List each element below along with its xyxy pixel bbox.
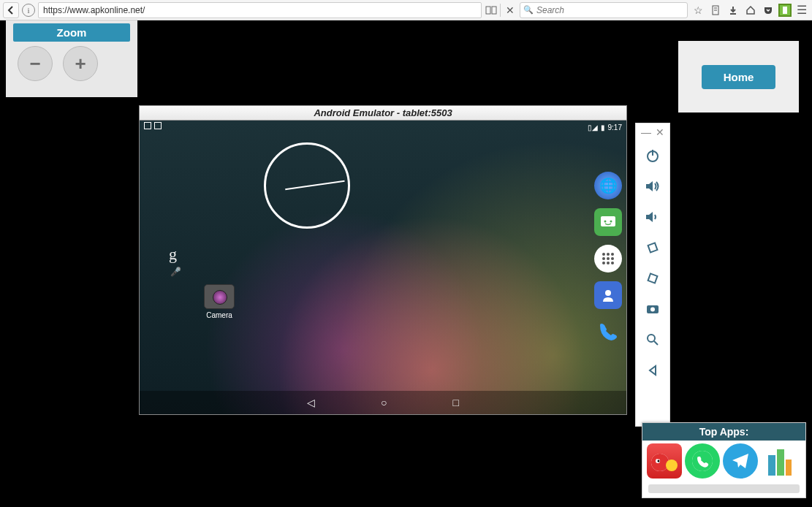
contacts-app-icon[interactable] [594,281,622,309]
apps-drawer-icon[interactable] [594,245,622,272]
svg-rect-1 [492,7,496,14]
svg-point-29 [658,460,660,462]
android-nav-bar: ◁ ○ □ [140,391,626,414]
volume-up-icon[interactable] [640,172,666,201]
svg-point-15 [607,262,610,264]
messages-app-icon[interactable] [594,208,622,236]
zoom-in-button[interactable]: + [63,46,98,81]
svg-point-6 [604,221,607,223]
signal-icon: ▯◢ [588,123,598,131]
camera-icon [204,284,235,309]
svg-point-24 [648,335,655,342]
clock-widget[interactable] [264,142,350,229]
whatsapp-app[interactable] [685,443,720,479]
top-apps-tray: Top Apps: [642,422,806,498]
back-icon[interactable] [640,356,666,385]
home-button[interactable]: Home [702,65,776,89]
library-icon[interactable] [708,3,723,18]
svg-point-11 [602,257,605,260]
svg-line-25 [654,341,658,345]
search-box[interactable]: 🔍 [520,2,688,18]
browser-app-icon[interactable]: 🌐 [594,172,622,199]
svg-rect-20 [648,243,658,253]
rotate-left-icon[interactable] [640,233,666,262]
clock-hour-hand [285,186,307,190]
zoom-icon[interactable] [640,325,666,354]
zoom-header: Zoom [13,23,130,42]
status-notif-icon [144,122,151,129]
info-icon[interactable]: i [22,4,35,17]
svg-point-13 [611,257,614,260]
bookmark-icon[interactable]: ☆ [691,3,705,18]
reader-mode-icon[interactable] [485,4,501,17]
rotate-right-icon[interactable] [640,264,666,293]
svg-point-17 [605,290,611,296]
download-icon[interactable] [726,3,740,18]
camera-label: Camera [200,311,239,319]
svg-point-32 [692,451,713,471]
emulator-title: Android Emulator - tablet:5503 [140,106,626,121]
volume-down-icon[interactable] [640,202,666,232]
svg-point-8 [602,253,605,256]
svg-rect-0 [486,7,490,14]
back-button[interactable] [3,2,19,18]
zoom-panel: Zoom − + [6,20,137,97]
battery-addon-icon[interactable] [778,4,792,17]
pocket-icon[interactable] [761,3,775,18]
angry-birds-app[interactable] [647,443,682,479]
search-input[interactable] [536,5,684,15]
svg-point-16 [611,262,614,264]
status-notif-icon [154,122,162,129]
home-icon[interactable] [743,3,758,18]
svg-point-30 [666,460,678,471]
screenshot-icon[interactable] [640,294,666,324]
svg-point-9 [607,253,610,256]
svg-rect-33 [768,455,775,476]
nav-recent-icon[interactable]: □ [453,397,459,408]
svg-point-10 [611,253,614,256]
phone-app-icon[interactable] [594,318,622,346]
emulator-controls: — ✕ [635,123,670,427]
nav-home-icon[interactable]: ○ [381,397,387,408]
browser-toolbar: i ✕ 🔍 ☆ ☰ [0,0,812,20]
google-search-icon[interactable]: g [169,245,177,264]
emulator-screen[interactable]: ▯◢ ▮ 9:17 g 🎤 Camera 🌐 [140,121,626,414]
nav-back-icon[interactable]: ◁ [307,397,315,408]
url-input[interactable] [38,2,482,18]
menu-icon[interactable]: ☰ [794,3,809,18]
svg-point-27 [651,454,669,471]
close-icon[interactable]: ✕ [656,126,664,138]
top-apps-title: Top Apps: [642,423,805,441]
telegram-app[interactable] [723,443,758,479]
svg-point-7 [610,221,612,223]
clock-minute-hand [307,180,345,187]
android-status-bar: ▯◢ ▮ 9:17 [140,121,626,134]
emulator-window: Android Emulator - tablet:5503 ▯◢ ▮ 9:17… [139,105,627,415]
svg-point-23 [650,308,655,312]
search-icon: 🔍 [523,5,534,15]
battery-icon: ▮ [601,123,605,131]
page-body: Zoom − + Home Android Emulator - tablet:… [0,20,812,507]
svg-point-12 [607,257,610,260]
svg-rect-21 [648,274,658,283]
status-time: 9:17 [608,123,622,131]
stop-button[interactable]: ✕ [504,4,517,16]
power-icon[interactable] [640,141,666,170]
svg-point-14 [602,262,605,264]
tray-scrollbar[interactable] [648,484,800,493]
voice-search-icon[interactable]: 🎤 [170,267,181,277]
svg-rect-35 [786,460,792,476]
camera-app[interactable]: Camera [200,284,239,319]
home-panel: Home [678,41,799,113]
simcity-app[interactable] [761,443,796,479]
minimize-icon[interactable]: — [641,126,651,138]
svg-rect-34 [777,449,784,476]
android-dock: 🌐 [594,172,622,346]
zoom-out-button[interactable]: − [18,46,53,81]
